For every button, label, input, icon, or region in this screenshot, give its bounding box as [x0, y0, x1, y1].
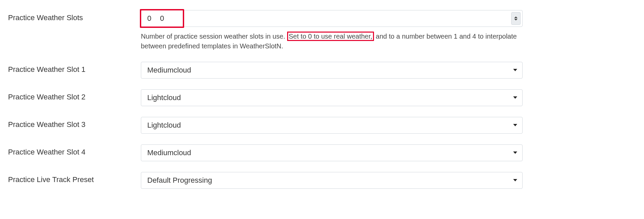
- row-practice-weather-slot-3: Practice Weather Slot 3 Lightcloud: [8, 117, 523, 134]
- select-value: Mediumcloud: [147, 66, 191, 75]
- label-text: Practice Weather Slot 3: [8, 120, 86, 129]
- form-container: Practice Weather Slots 0 Number of pract…: [0, 0, 644, 189]
- label-practice-live-track-preset: Practice Live Track Preset: [8, 172, 141, 184]
- chevron-down-icon: [513, 150, 518, 156]
- practice-weather-slot-2-select[interactable]: Lightcloud: [141, 89, 523, 106]
- label-text: Practice Weather Slots: [8, 13, 83, 22]
- practice-weather-slot-1-select[interactable]: Mediumcloud: [141, 62, 523, 79]
- label-text: Practice Weather Slot 1: [8, 65, 86, 74]
- help-pre: Number of practice session weather slots…: [141, 33, 287, 40]
- label-practice-weather-slot-2: Practice Weather Slot 2: [8, 89, 141, 101]
- chevron-down-icon: [513, 67, 518, 73]
- label-text: Practice Live Track Preset: [8, 175, 94, 184]
- select-value: Lightcloud: [147, 93, 181, 102]
- select-value: Lightcloud: [147, 121, 181, 130]
- field-practice-weather-slots: 0 Number of practice session weather slo…: [141, 10, 523, 51]
- label-text: Practice Weather Slot 4: [8, 148, 86, 156]
- label-practice-weather-slots: Practice Weather Slots: [8, 10, 141, 22]
- row-practice-weather-slot-1: Practice Weather Slot 1 Mediumcloud: [8, 62, 523, 79]
- chevron-down-icon: [514, 18, 518, 21]
- row-practice-live-track-preset: Practice Live Track Preset Default Progr…: [8, 172, 523, 189]
- label-practice-weather-slot-4: Practice Weather Slot 4: [8, 144, 141, 157]
- row-practice-weather-slots: Practice Weather Slots 0 Number of pract…: [8, 10, 523, 51]
- practice-weather-slots-input[interactable]: [141, 10, 511, 27]
- practice-weather-slot-3-select[interactable]: Lightcloud: [141, 117, 523, 134]
- row-practice-weather-slot-2: Practice Weather Slot 2 Lightcloud: [8, 89, 523, 106]
- practice-live-track-preset-select[interactable]: Default Progressing: [141, 172, 523, 189]
- number-stepper[interactable]: [511, 12, 521, 25]
- practice-weather-slots-help: Number of practice session weather slots…: [141, 32, 523, 51]
- field-practice-weather-slot-2: Lightcloud: [141, 89, 523, 106]
- highlight-box-help: Set to 0 to use real weather,: [287, 32, 374, 41]
- field-practice-live-track-preset: Default Progressing: [141, 172, 523, 189]
- label-text: Practice Weather Slot 2: [8, 93, 86, 101]
- chevron-down-icon: [513, 177, 518, 183]
- chevron-down-icon: [513, 95, 518, 101]
- field-practice-weather-slot-1: Mediumcloud: [141, 62, 523, 79]
- label-practice-weather-slot-3: Practice Weather Slot 3: [8, 117, 141, 129]
- select-value: Default Progressing: [147, 176, 212, 185]
- chevron-down-icon: [513, 122, 518, 128]
- field-practice-weather-slot-3: Lightcloud: [141, 117, 523, 134]
- select-value: Mediumcloud: [147, 148, 191, 157]
- field-practice-weather-slot-4: Mediumcloud: [141, 144, 523, 161]
- chevron-up-icon: [514, 16, 518, 18]
- row-practice-weather-slot-4: Practice Weather Slot 4 Mediumcloud: [8, 144, 523, 161]
- practice-weather-slots-input-wrap: 0: [141, 10, 523, 27]
- practice-weather-slot-4-select[interactable]: Mediumcloud: [141, 144, 523, 161]
- label-practice-weather-slot-1: Practice Weather Slot 1: [8, 62, 141, 74]
